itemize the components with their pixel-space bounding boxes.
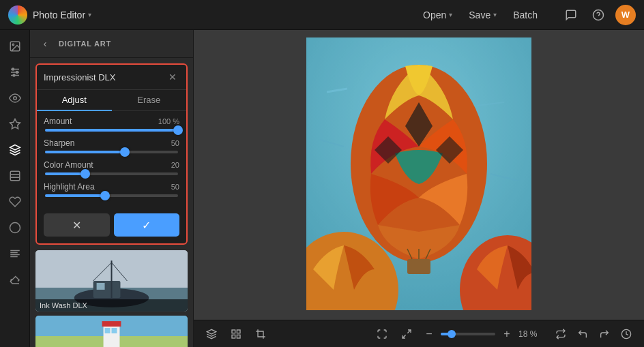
svg-marker-50: [207, 329, 216, 334]
sidebar-icon-star[interactable]: [4, 113, 26, 135]
app-title: Photo Editor ▾: [33, 10, 91, 20]
save-menu[interactable]: Save ▾: [462, 7, 503, 23]
ink-wash-label: Ink Wash DLX: [35, 299, 188, 312]
canvas-area: − + 18 %: [194, 30, 644, 347]
cancel-icon: ✕: [72, 219, 81, 232]
lighthouse-image: [35, 316, 188, 347]
sharpen-slider-track[interactable]: [45, 151, 178, 153]
amount-slider-track[interactable]: [45, 129, 178, 132]
impressionist-dlx-card: Impressionist DLX ✕ Adjust Erase Amount …: [35, 63, 188, 245]
amount-slider-row: Amount 100 %: [44, 117, 179, 132]
bottom-right-icons: [551, 325, 636, 344]
lighthouse-thumbnail[interactable]: [35, 316, 188, 347]
help-icon-btn[interactable]: [588, 5, 609, 25]
apply-icon: ✓: [142, 219, 151, 232]
tab-adjust[interactable]: Adjust: [37, 90, 112, 111]
svg-rect-40: [407, 259, 430, 274]
app-title-chevron: ▾: [88, 11, 91, 18]
color-amount-slider-track[interactable]: [45, 172, 178, 175]
amount-slider-fill: [45, 129, 178, 132]
amount-slider-thumb[interactable]: [173, 125, 183, 135]
resize-icon-btn[interactable]: [397, 325, 416, 344]
zoom-controls: − + 18 %: [422, 327, 540, 342]
main-area: ‹ DIGITAL ART Impressionist DLX ✕ Adjust…: [0, 30, 644, 347]
svg-point-7: [12, 68, 14, 70]
panel-header: ‹ DIGITAL ART: [30, 30, 193, 58]
user-avatar[interactable]: W: [615, 5, 636, 25]
panel-section-title: DIGITAL ART: [59, 40, 186, 48]
app-logo[interactable]: [8, 5, 27, 25]
batch-label: Batch: [513, 10, 538, 20]
effects-panel: ‹ DIGITAL ART Impressionist DLX ✕ Adjust…: [30, 30, 194, 347]
bottom-toolbar: − + 18 %: [194, 320, 644, 347]
header: Photo Editor ▾ Open ▾ Save ▾ Batch: [0, 0, 644, 30]
sidebar-icon-image[interactable]: [4, 35, 26, 57]
canvas-image: [306, 37, 531, 310]
undo-icon-btn[interactable]: [573, 325, 592, 344]
filter-close-button[interactable]: ✕: [166, 70, 179, 84]
filter-card-header: Impressionist DLX ✕: [37, 65, 186, 90]
zoom-in-button[interactable]: +: [499, 327, 514, 342]
svg-point-15: [10, 223, 20, 233]
svg-rect-52: [237, 330, 240, 333]
cancel-button[interactable]: ✕: [44, 213, 110, 237]
crop-icon-btn[interactable]: [251, 325, 270, 344]
thumbnail-list: Ink Wash DLX: [30, 250, 193, 347]
color-amount-value: 20: [171, 161, 179, 169]
svg-point-10: [13, 97, 16, 100]
svg-rect-31: [102, 321, 121, 327]
color-amount-slider-fill: [45, 172, 85, 175]
canvas-content: [194, 30, 644, 320]
svg-rect-51: [232, 330, 235, 333]
sidebar-icon-eye[interactable]: [4, 87, 26, 109]
sidebar-icon-effects[interactable]: [4, 139, 26, 161]
open-menu[interactable]: Open ▾: [416, 7, 459, 23]
zoom-value: 18 %: [518, 329, 540, 339]
grid-icon-btn[interactable]: [226, 325, 246, 344]
filter-tabs: Adjust Erase: [37, 90, 186, 111]
zoom-slider-thumb[interactable]: [448, 330, 456, 338]
redo-icon-btn[interactable]: [595, 325, 614, 344]
svg-rect-33: [112, 328, 117, 333]
zoom-out-button[interactable]: −: [422, 327, 437, 342]
open-label: Open: [423, 10, 446, 20]
sidebar-icon-sliders[interactable]: [4, 61, 26, 83]
sharpen-slider-thumb[interactable]: [120, 147, 130, 157]
fullscreen-icon-btn[interactable]: [372, 325, 392, 344]
avatar-label: W: [621, 10, 630, 20]
sharpen-label: Sharpen: [44, 138, 74, 148]
apply-button[interactable]: ✓: [114, 213, 180, 237]
layers-icon-btn[interactable]: [202, 325, 221, 344]
svg-rect-32: [105, 328, 111, 333]
sidebar-icon-eraser[interactable]: [4, 269, 26, 290]
highlight-area-slider-thumb[interactable]: [100, 191, 110, 200]
ink-wash-thumbnail[interactable]: Ink Wash DLX: [35, 250, 188, 312]
header-nav: Open ▾ Save ▾ Batch: [416, 7, 544, 23]
amount-value: 100 %: [158, 117, 179, 125]
color-amount-slider-thumb[interactable]: [80, 169, 90, 179]
sidebar-icon-text[interactable]: [4, 243, 26, 265]
panel-back-button[interactable]: ‹: [37, 35, 53, 52]
svg-rect-54: [237, 335, 240, 338]
amount-label: Amount: [44, 117, 72, 126]
sidebar-icon-shape[interactable]: [4, 217, 26, 239]
chat-icon-btn[interactable]: [561, 5, 581, 25]
save-chevron: ▾: [493, 11, 497, 18]
svg-line-55: [407, 330, 411, 333]
zoom-slider-track[interactable]: [441, 333, 495, 335]
filter-card-title: Impressionist DLX: [44, 72, 166, 82]
highlight-area-slider-fill: [45, 194, 105, 197]
sidebar-icon-layers[interactable]: [4, 165, 26, 187]
svg-point-8: [16, 72, 18, 74]
history-icon-btn[interactable]: [617, 325, 636, 344]
batch-button[interactable]: Batch: [506, 7, 544, 23]
rotate-icon-btn[interactable]: [551, 325, 570, 344]
svg-rect-12: [10, 171, 20, 181]
sharpen-slider-row: Sharpen 50: [44, 138, 179, 153]
sidebar-icon-heart[interactable]: [4, 191, 26, 213]
tab-erase[interactable]: Erase: [112, 90, 187, 110]
open-chevron: ▾: [449, 11, 452, 18]
svg-point-3: [12, 44, 14, 45]
highlight-area-slider-track[interactable]: [45, 194, 178, 197]
highlight-area-value: 50: [171, 183, 179, 191]
